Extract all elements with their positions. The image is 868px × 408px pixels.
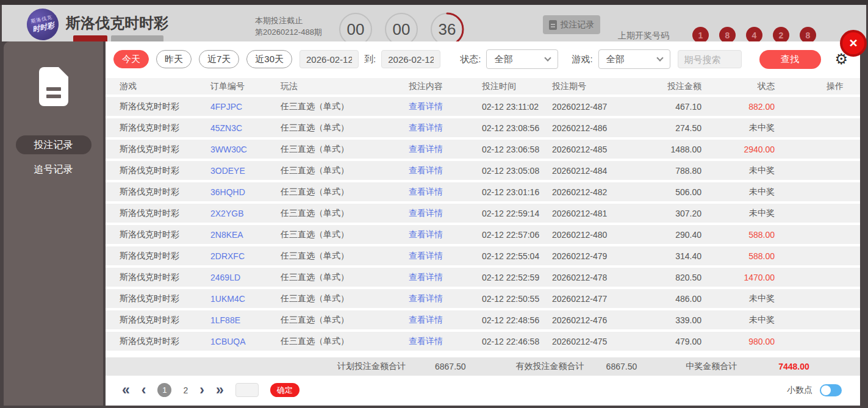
table-row: 斯洛伐克时时彩2469LD任三直选（单式）查看详情02-12 22:52:592… — [106, 268, 860, 287]
cell-time: 02-12 23:06:58 — [482, 145, 552, 154]
table-row: 斯洛伐克时时彩3ODEYE任三直选（单式）查看详情02-12 23:05:082… — [106, 161, 860, 180]
order-number-link[interactable]: 3ODEYE — [210, 166, 281, 176]
order-number-link[interactable]: 2X2YGB — [210, 209, 281, 218]
view-details-link[interactable]: 查看详情 — [409, 208, 482, 219]
header-tab-gray-stub[interactable] — [111, 35, 163, 41]
cell-game: 斯洛伐克时时彩 — [120, 187, 210, 198]
lottery-page-header: 斯洛伐克 时时彩 斯洛伐克时时彩 本期投注截止 第20260212-488期 0… — [2, 5, 866, 41]
draw-number-ball: 2 — [773, 27, 789, 41]
date-from-input[interactable] — [299, 50, 359, 68]
page-jump-input[interactable] — [235, 383, 259, 397]
summary-row: 计划投注金额合计 6867.50 有效投注金额合计 6867.50 中奖金额合计… — [106, 357, 860, 376]
prev-page-icon[interactable]: ‹ — [142, 383, 146, 397]
sidebar-item-bet-records[interactable]: 投注记录 — [16, 135, 91, 154]
cell-game: 斯洛伐克时时彩 — [120, 272, 210, 283]
cell-game: 斯洛伐克时时彩 — [120, 293, 210, 304]
view-details-link[interactable]: 查看详情 — [409, 251, 482, 262]
search-button[interactable]: 查找 — [759, 50, 821, 69]
cell-status: 588.00 — [701, 230, 775, 240]
view-details-link[interactable]: 查看详情 — [409, 187, 482, 198]
decimal-toggle[interactable] — [820, 384, 842, 396]
table-column-header: 订单编号 — [210, 81, 281, 92]
table-row: 斯洛伐克时时彩1CBUQA任三直选（单式）查看详情02-12 22:46:582… — [106, 332, 860, 351]
cell-amount: 339.00 — [634, 315, 701, 325]
view-details-link[interactable]: 查看详情 — [409, 101, 482, 112]
view-details-link[interactable]: 查看详情 — [409, 165, 482, 176]
order-number-link[interactable]: 2469LD — [210, 273, 281, 282]
quick-range-button[interactable]: 今天 — [113, 50, 149, 68]
next-page-icon[interactable]: › — [199, 383, 204, 397]
cell-time: 02-12 22:48:56 — [482, 315, 552, 325]
view-details-link[interactable]: 查看详情 — [409, 293, 482, 304]
cell-time: 02-12 22:55:04 — [482, 251, 552, 261]
view-details-link[interactable]: 查看详情 — [409, 123, 482, 134]
order-number-link[interactable]: 1LF88E — [210, 315, 281, 325]
first-page-icon[interactable]: « — [122, 383, 130, 397]
cell-time: 02-12 22:59:14 — [482, 209, 552, 218]
cell-play: 任三直选（单式） — [281, 123, 409, 134]
view-details-link[interactable]: 查看详情 — [409, 229, 482, 240]
status-filter-label: 状态: — [460, 54, 481, 65]
cell-amount: 290.40 — [634, 230, 701, 240]
cell-time: 02-12 23:11:02 — [482, 102, 552, 112]
view-details-link[interactable]: 查看详情 — [409, 144, 482, 155]
chevron-down-icon — [656, 54, 663, 61]
cell-status: 未中奖 — [701, 293, 775, 304]
quick-range-button[interactable]: 昨天 — [156, 50, 192, 68]
quick-range-button[interactable]: 近30天 — [246, 50, 292, 68]
order-number-link[interactable]: 45ZN3C — [210, 123, 281, 133]
game-select-value: 全部 — [606, 54, 625, 65]
header-tab-red-stub[interactable] — [73, 35, 107, 41]
status-select[interactable]: 全部 — [486, 49, 558, 69]
order-number-link[interactable]: 3WW30C — [210, 145, 281, 154]
cell-play: 任三直选（单式） — [281, 315, 409, 326]
order-number-link[interactable]: 4FPJPC — [210, 102, 281, 112]
order-number-link[interactable]: 1UKM4C — [210, 294, 281, 304]
countdown-timer: 00 00 36 — [339, 12, 464, 41]
order-number-link[interactable]: 2N8KEA — [210, 230, 281, 240]
cell-game: 斯洛伐克时时彩 — [120, 229, 210, 240]
sidebar-item-chase-records[interactable]: 追号记录 — [4, 163, 103, 176]
page-number-2[interactable]: 2 — [183, 385, 188, 395]
last-page-icon[interactable]: » — [216, 383, 224, 397]
order-number-link[interactable]: 36HQHD — [210, 187, 281, 197]
table-column-header: 投注期号 — [552, 81, 634, 92]
top-dark-strip — [0, 0, 868, 5]
period-search-input[interactable] — [678, 50, 742, 68]
cell-period: 20260212-481 — [552, 209, 634, 218]
quick-range-group: 今天昨天近7天近30天 — [113, 50, 299, 68]
draw-number-ball: 4 — [746, 27, 762, 41]
draw-number-ball: 8 — [719, 27, 736, 41]
cell-time: 02-12 22:52:59 — [482, 273, 552, 282]
quick-range-button[interactable]: 近7天 — [199, 50, 239, 68]
close-icon[interactable]: ✕ — [840, 30, 867, 57]
confirm-page-button[interactable]: 确定 — [270, 383, 299, 397]
view-details-link[interactable]: 查看详情 — [409, 336, 482, 347]
cell-game: 斯洛伐克时时彩 — [120, 251, 210, 262]
cell-amount: 314.40 — [634, 251, 701, 261]
bet-record-header-button[interactable]: 投注记录 — [543, 15, 600, 34]
decimal-label: 小数点 — [787, 385, 812, 396]
game-select[interactable]: 全部 — [598, 49, 670, 69]
order-number-link[interactable]: 2DRXFC — [210, 251, 281, 261]
cell-game: 斯洛伐克时时彩 — [120, 123, 210, 134]
win-total-value: 7448.00 — [778, 362, 809, 371]
betting-record-icon — [39, 67, 68, 106]
table-column-header: 游戏 — [120, 81, 210, 92]
cell-play: 任三直选（单式） — [281, 165, 409, 176]
table-column-header: 操作 — [775, 81, 844, 92]
cell-amount: 479.00 — [634, 337, 701, 346]
win-total-label: 中奖金额合计 — [686, 361, 737, 372]
page-title: 斯洛伐克时时彩 — [66, 13, 168, 33]
deadline-label: 本期投注截止 — [255, 15, 322, 26]
order-number-link[interactable]: 1CBUQA — [210, 337, 281, 346]
cell-game: 斯洛伐克时时彩 — [120, 165, 210, 176]
view-details-link[interactable]: 查看详情 — [409, 272, 482, 283]
plan-total-value: 6867.50 — [435, 362, 466, 371]
cell-play: 任三直选（单式） — [281, 336, 409, 347]
cell-play: 任三直选（单式） — [281, 208, 409, 219]
cell-period: 20260212-476 — [552, 315, 634, 325]
date-to-input[interactable] — [381, 50, 440, 68]
page-number-1[interactable]: 1 — [157, 383, 171, 397]
view-details-link[interactable]: 查看详情 — [409, 315, 482, 326]
